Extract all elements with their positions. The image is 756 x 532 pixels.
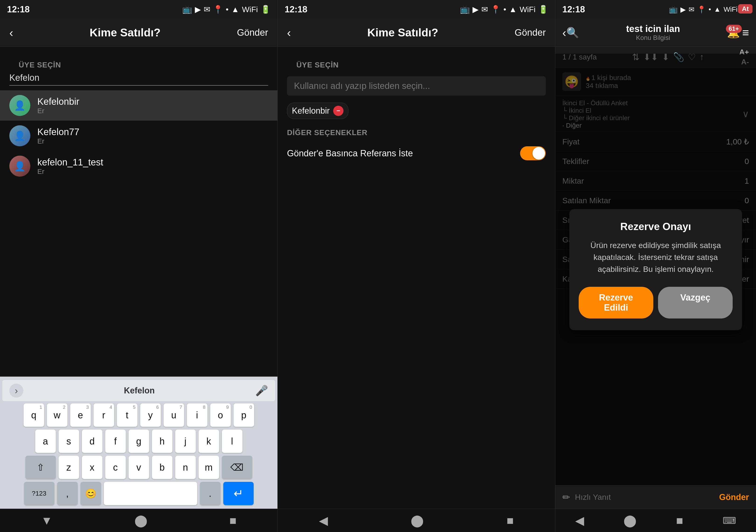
right-notif-count: 61+ <box>726 25 742 33</box>
keyboard-row-1: 1q 2w 3e 4r 5t 6y 7u 8i 9o 0p <box>2 403 275 427</box>
right-notif-wrapper: 🔔 61+ <box>727 27 740 39</box>
mid-tag-container: Kefelonbir − <box>278 100 555 121</box>
mid-nav-back[interactable]: ◀ <box>319 514 328 527</box>
right-reply-input[interactable]: Hızlı Yanıt <box>575 492 715 502</box>
mid-nav-home[interactable]: ⬤ <box>411 514 424 527</box>
right-status-bar: 12:18 📺 ▶ ✉ 📍 • ▲ WiFi 🔋 <box>555 0 756 19</box>
key-u[interactable]: 7u <box>164 403 184 427</box>
mid-panel: 12:18 📺 ▶ ✉ 📍 • ▲ WiFi 🔋 ‹ Kime Satıldı?… <box>278 0 555 532</box>
key-f[interactable]: f <box>105 430 126 453</box>
member-item-0[interactable]: 👤 Kefelonbir Er <box>0 90 278 120</box>
key-j[interactable]: j <box>175 430 196 453</box>
member-item-1[interactable]: 👤 Kefelon77 Er <box>0 120 278 151</box>
key-s[interactable]: s <box>59 430 79 453</box>
key-m[interactable]: m <box>199 456 219 479</box>
mid-nav-recent[interactable]: ■ <box>506 514 514 527</box>
key-numbers[interactable]: ?123 <box>24 482 54 505</box>
modal-confirm-button[interactable]: Rezerve Edildi <box>579 287 653 318</box>
right-reply-bar: ✏ Hızlı Yanıt Gönder <box>555 485 756 509</box>
key-w[interactable]: 2w <box>47 403 68 427</box>
key-l[interactable]: l <box>222 430 242 453</box>
key-p[interactable]: 0p <box>233 403 254 427</box>
mid-dot-icon: • <box>503 5 506 14</box>
key-b[interactable]: b <box>152 456 173 479</box>
key-g[interactable]: g <box>128 430 149 453</box>
modal-box: Rezerve Onayı Ürün rezerve edildiyse şim… <box>569 209 742 330</box>
right-back-button[interactable]: ‹ <box>562 26 566 40</box>
mid-send-button[interactable]: Gönder <box>515 27 546 38</box>
mid-back-button[interactable]: ‹ <box>287 26 291 40</box>
key-comma[interactable]: , <box>57 482 78 505</box>
right-signal-icon: ▲ <box>714 5 721 13</box>
key-r[interactable]: 4r <box>94 403 114 427</box>
keyboard-rows: 1q 2w 3e 4r 5t 6y 7u 8i 9o 0p a s d f <box>2 403 275 505</box>
keyboard: › Kefelon 🎤 1q 2w 3e 4r 5t 6y 7u 8i 9o 0… <box>0 377 278 509</box>
right-nav-keyboard[interactable]: ⌨ <box>723 515 736 526</box>
left-back-button[interactable]: ‹ <box>9 26 13 40</box>
key-n[interactable]: n <box>175 456 196 479</box>
member-info-0: Kefelonbir Er <box>37 96 79 115</box>
key-a[interactable]: a <box>35 430 56 453</box>
key-c[interactable]: c <box>105 456 126 479</box>
right-nav-back[interactable]: ◀ <box>575 514 584 527</box>
mid-wifi-icon: WiFi <box>520 5 535 14</box>
key-period[interactable]: . <box>200 482 221 505</box>
key-z[interactable]: z <box>59 456 79 479</box>
location-icon: 📍 <box>213 5 223 14</box>
key-v[interactable]: v <box>128 456 149 479</box>
left-section-underline: Kefelon <box>9 72 268 86</box>
key-o[interactable]: 9o <box>210 403 231 427</box>
right-panel: 12:18 📺 ▶ ✉ 📍 • ▲ WiFi 🔋 ‹ 🔍 test icin i… <box>555 0 756 532</box>
key-i[interactable]: 8i <box>187 403 207 427</box>
right-reply-send[interactable]: Gönder <box>719 492 749 502</box>
key-y[interactable]: 6y <box>140 403 161 427</box>
right-header-title: test icin ilan <box>579 24 727 34</box>
left-time: 12:18 <box>7 4 30 14</box>
mid-toggle-knob-0 <box>532 147 545 160</box>
key-shift[interactable]: ⇧ <box>25 456 56 479</box>
key-x[interactable]: x <box>82 456 102 479</box>
right-location-icon: 📍 <box>697 5 706 13</box>
key-h[interactable]: h <box>152 430 173 453</box>
left-member-list: 👤 Kefelonbir Er 👤 Kefelon77 Er 👤 kefelon… <box>0 86 278 186</box>
key-t[interactable]: 5t <box>117 403 137 427</box>
modal-title: Rezerve Onayı <box>579 221 733 232</box>
modal-cancel-button[interactable]: Vazgeç <box>658 287 733 318</box>
mid-header: ‹ Kime Satıldı? Gönder <box>278 19 555 47</box>
mid-tag-remove-0[interactable]: − <box>333 106 343 116</box>
mid-search-input[interactable] <box>294 81 539 91</box>
left-nav-back[interactable]: ▼ <box>41 514 53 527</box>
left-send-button[interactable]: Gönder <box>237 27 268 38</box>
key-k[interactable]: k <box>199 430 219 453</box>
right-wifi-icon: WiFi <box>723 5 738 13</box>
right-nav-home[interactable]: ⬤ <box>623 514 636 527</box>
mid-status-bar: 12:18 📺 ▶ ✉ 📍 • ▲ WiFi 🔋 <box>278 0 555 19</box>
right-nav-recent[interactable]: ■ <box>676 514 683 527</box>
keyboard-expand-icon[interactable]: › <box>9 384 23 398</box>
key-e[interactable]: 3e <box>70 403 91 427</box>
key-emoji[interactable]: 😊 <box>80 482 101 505</box>
mid-spacer <box>278 172 555 509</box>
mid-time: 12:18 <box>285 4 307 14</box>
right-search-icon[interactable]: 🔍 <box>566 27 579 39</box>
mid-section-label: ÜYE SEÇİN <box>287 54 546 72</box>
keyboard-mic-icon[interactable]: 🎤 <box>255 385 268 397</box>
wifi-icon: WiFi <box>242 5 258 14</box>
key-space[interactable] <box>104 482 197 505</box>
modal-buttons: Rezerve Edildi Vazgeç <box>579 287 733 318</box>
key-backspace[interactable]: ⌫ <box>222 456 252 479</box>
key-q[interactable]: 1q <box>24 403 44 427</box>
key-enter[interactable]: ↵ <box>223 482 254 505</box>
left-header: ‹ Kime Satıldı? Gönder <box>0 19 278 47</box>
mid-options-label: DİĞER SEÇENEKLER <box>287 128 546 137</box>
mid-toggle-0[interactable] <box>520 146 546 160</box>
right-header-subtitle: Konu Bilgisi <box>579 34 727 41</box>
left-panel: 12:18 📺 ▶ ✉ 📍 • ▲ WiFi 🔋 ‹ Kime Satıldı?… <box>0 0 278 532</box>
left-nav-recent[interactable]: ■ <box>230 514 236 527</box>
right-menu-icon[interactable]: ≡ <box>742 26 749 40</box>
right-dot-icon: • <box>709 5 711 13</box>
member-item-2[interactable]: 👤 kefelon_11_test Er <box>0 151 278 181</box>
left-nav-home[interactable]: ⬤ <box>134 514 148 527</box>
mid-header-title: Kime Satıldı? <box>367 26 438 39</box>
key-d[interactable]: d <box>82 430 102 453</box>
